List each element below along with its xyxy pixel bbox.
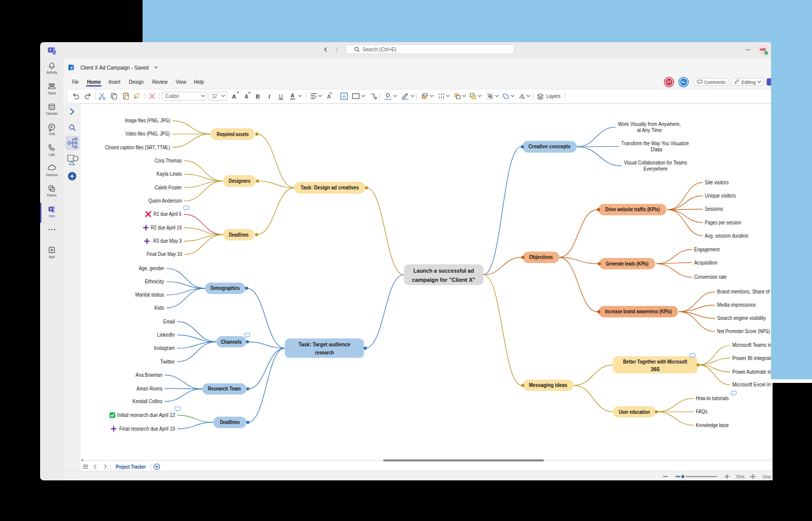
svg-text:Search engine visibility: Search engine visibility — [717, 315, 766, 321]
svg-text:How-to tutorials: How-to tutorials — [696, 396, 729, 401]
svg-text:12: 12 — [212, 93, 217, 99]
svg-text:Work Visually from Anywhere,: Work Visually from Anywhere, — [618, 121, 681, 127]
svg-text:Channels: Channels — [221, 339, 242, 345]
svg-text:campaign for "Client X": campaign for "Client X" — [412, 277, 476, 283]
svg-text:V: V — [70, 66, 73, 70]
svg-text:Closed caption files (SRT, TTM: Closed caption files (SRT, TTML) — [105, 145, 171, 150]
svg-text:V: V — [50, 207, 52, 211]
svg-text:Net Promoter Score (NPS): Net Promoter Score (NPS) — [717, 329, 770, 334]
svg-text:Engagement: Engagement — [694, 247, 720, 252]
svg-text:Quinn Anderson: Quinn Anderson — [149, 198, 182, 204]
svg-text:Avg. session duration: Avg. session duration — [705, 233, 749, 239]
svg-text:Better Together with Microsoft: Better Together with Microsoft — [623, 359, 688, 365]
svg-text:Twitter: Twitter — [160, 359, 176, 365]
svg-text:Site visitors: Site visitors — [705, 180, 729, 185]
svg-text:File: File — [72, 79, 79, 85]
svg-text:CT: CT — [667, 80, 672, 84]
svg-text:Project Tracker: Project Tracker — [116, 464, 146, 470]
svg-text:Creative concepts: Creative concepts — [528, 144, 571, 149]
svg-text:Image files (PNG, JPG): Image files (PNG, JPG) — [125, 118, 171, 123]
svg-text:R3 due May 3: R3 due May 3 — [153, 238, 182, 244]
svg-text:Visual Collaboration for Teams: Visual Collaboration for Teams — [624, 160, 687, 166]
svg-text:...: ... — [746, 45, 750, 51]
svg-text:Amari Rivera: Amari Rivera — [137, 386, 162, 392]
svg-text:Final Due May 10: Final Due May 10 — [147, 251, 182, 257]
svg-text:Conversion rate: Conversion rate — [694, 274, 727, 280]
svg-text:Required assets: Required assets — [217, 132, 249, 137]
svg-text:75%: 75% — [735, 474, 745, 479]
svg-text:Teams: Teams — [48, 91, 56, 95]
svg-text:Marital status: Marital status — [135, 292, 164, 298]
svg-text:User education: User education — [619, 409, 650, 415]
svg-text:T: T — [49, 48, 52, 52]
svg-text:Calendar: Calendar — [46, 112, 58, 115]
svg-text:Research Team: Research Team — [208, 386, 241, 392]
svg-text:KL: KL — [681, 80, 686, 84]
svg-text:Power BI integration: Power BI integration — [732, 355, 777, 361]
svg-text:R2 due April 19: R2 due April 19 — [151, 225, 182, 231]
svg-text:Layers: Layers — [547, 93, 561, 99]
svg-text:FAQs: FAQs — [696, 409, 707, 414]
svg-text:Data: Data — [651, 147, 662, 152]
svg-text:Activity: Activity — [46, 71, 57, 75]
svg-text:Transform the Way You Visualiz: Transform the Way You Visualize — [621, 141, 689, 146]
svg-text:Generate leads (KPIs): Generate leads (KPIs) — [606, 261, 649, 267]
svg-text:Ethnicity: Ethnicity — [145, 279, 164, 284]
svg-text:Client X Ad Campaign - Saved: Client X Ad Campaign - Saved — [80, 64, 148, 71]
svg-text:A: A — [291, 92, 295, 99]
svg-text:Insert: Insert — [109, 79, 120, 85]
svg-text:Messaging ideas: Messaging ideas — [529, 382, 567, 388]
svg-text:Chat: Chat — [49, 132, 55, 136]
svg-text:research: research — [315, 350, 334, 355]
svg-text:Review: Review — [152, 79, 167, 85]
svg-text:Launch a successful ad: Launch a successful ad — [414, 268, 474, 274]
svg-text:at Any Time: at Any Time — [637, 127, 662, 133]
svg-text:Initial research due April 12: Initial research due April 12 — [117, 412, 175, 418]
svg-text:Calls: Calls — [49, 153, 55, 156]
svg-text:Unique visitors: Unique visitors — [705, 193, 736, 199]
svg-text:Kayla Lewis: Kayla Lewis — [157, 171, 182, 177]
svg-text:U: U — [279, 93, 283, 100]
svg-text:Caleb Foster: Caleb Foster — [155, 185, 183, 190]
svg-text:Increase brand awareness (KPIs: Increase brand awareness (KPIs) — [605, 309, 672, 314]
svg-text:Editing: Editing — [741, 80, 756, 85]
svg-text:Demographics: Demographics — [211, 285, 240, 291]
svg-text:Planner: Planner — [47, 193, 57, 197]
svg-text:Deadlines: Deadlines — [229, 232, 249, 238]
svg-text:Task: Design ad creatives: Task: Design ad creatives — [300, 185, 359, 190]
svg-text:Video files (PNG, JPG): Video files (PNG, JPG) — [125, 131, 170, 137]
svg-text:OneDrive: OneDrive — [46, 173, 58, 177]
svg-text:Instagram: Instagram — [154, 345, 175, 351]
svg-text:A: A — [343, 93, 346, 99]
svg-text:Designers: Designers — [229, 178, 251, 184]
svg-text:R1 due April 5: R1 due April 5 — [154, 211, 182, 217]
svg-text:Visio: Visio — [49, 214, 55, 218]
svg-text:Email: Email — [163, 319, 175, 324]
svg-text:Objectives: Objectives — [529, 254, 553, 260]
svg-text:Kids: Kids — [154, 305, 164, 311]
svg-text:Media impressions: Media impressions — [717, 302, 756, 308]
svg-text:Home: Home — [87, 79, 101, 85]
svg-text:Comments: Comments — [704, 80, 726, 85]
svg-text:365: 365 — [651, 367, 660, 372]
svg-text:Task: Target audience: Task: Target audience — [298, 342, 350, 347]
svg-text:Apps: Apps — [49, 255, 55, 259]
svg-text:A: A — [232, 93, 236, 100]
svg-text:Design: Design — [129, 79, 144, 85]
svg-text:Kendall Collins: Kendall Collins — [132, 399, 162, 404]
svg-text:Acquisition: Acquisition — [694, 260, 718, 266]
svg-text:LinkedIn: LinkedIn — [157, 332, 175, 338]
svg-text:Final research due April 19: Final research due April 19 — [119, 426, 175, 432]
svg-text:Deadlines: Deadlines — [220, 419, 240, 425]
svg-text:A: A — [327, 93, 331, 100]
svg-text:B: B — [256, 93, 260, 100]
svg-text:Drive website traffic (KPIs): Drive website traffic (KPIs) — [605, 207, 660, 212]
svg-text:Calibri: Calibri — [165, 93, 179, 99]
svg-text:Cora Thomas: Cora Thomas — [155, 158, 182, 164]
svg-text:Sessions: Sessions — [705, 206, 723, 212]
svg-text:Help: Help — [194, 79, 204, 85]
svg-text:Age, gender: Age, gender — [139, 266, 164, 271]
svg-text:Everywhere: Everywhere — [644, 166, 667, 172]
svg-text:Knowledge base: Knowledge base — [696, 422, 729, 428]
svg-text:Pages per session: Pages per session — [705, 220, 741, 225]
